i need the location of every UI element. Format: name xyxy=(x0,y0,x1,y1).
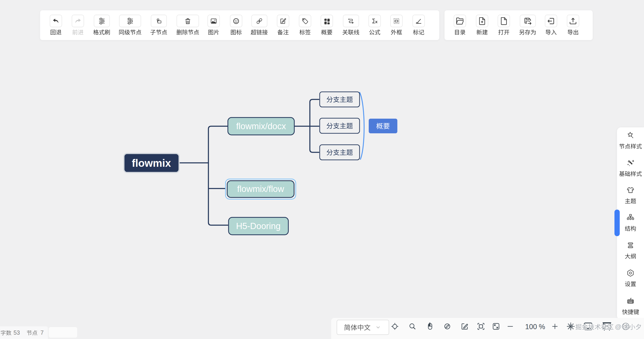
svg-text:flowmix/docx: flowmix/docx xyxy=(236,122,286,131)
svg-text:?: ? xyxy=(624,324,627,329)
svg-text:flowmix: flowmix xyxy=(132,157,171,169)
svg-text:H5-Dooring: H5-Dooring xyxy=(236,221,280,231)
svg-text:flowmix/flow: flowmix/flow xyxy=(237,184,284,194)
